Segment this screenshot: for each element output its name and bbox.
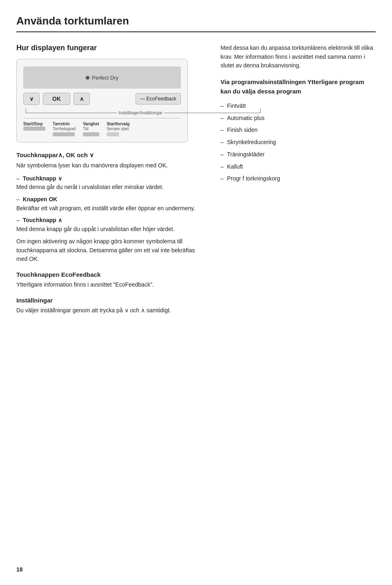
- ecofeedback-body: Ytterligare information finns i avsnitte…: [16, 280, 204, 289]
- control2-main-label: Tørretrin: [53, 122, 70, 126]
- control-group-startforvalg: Startforvalg Senare start: [107, 122, 129, 136]
- left-column: Hur displayen fungerar Perfect Dry ∨ OK …: [16, 44, 204, 319]
- page: Använda torktumlaren Hur displayen funge…: [0, 0, 392, 585]
- left-text-content: Touchknappar∧, OK och ∨ När symbolerna l…: [16, 151, 204, 315]
- ok-italic: OK: [29, 256, 37, 262]
- touchbuttons-heading: Touchknappar∧, OK och ∨: [16, 151, 204, 159]
- bullet-down: – Touchknapp ∨ Med denna går du neråt i …: [16, 174, 204, 192]
- settings-heading: Inställningar: [16, 297, 204, 304]
- control-group-varighet: Varighet Tid: [83, 122, 99, 136]
- control1-bar: [23, 127, 45, 131]
- list-item: Träningskläder: [220, 149, 376, 161]
- control3-sub-label: Tid: [83, 127, 89, 131]
- program-list: Fintvätt Automatic plus Finish siden Skr…: [220, 100, 376, 185]
- bullet-down-label: Touchknapp ∨: [23, 175, 62, 182]
- settings-bracket: └───────────────── Indstillinger/Inställ…: [23, 109, 181, 116]
- settings-bracket-label: Indstillinger/Inställningar: [119, 111, 163, 115]
- ecofeedback-heading: Touchknappen EcoFeedback: [16, 271, 204, 278]
- bullet-up: – Touchknapp ∧ Med denna knapp går du up…: [16, 216, 204, 234]
- btn-ok[interactable]: OK: [43, 93, 70, 105]
- list-item: Kalluft: [220, 161, 376, 173]
- right-intro-text: Med dessa kan du anpassa torktumlärens e…: [220, 44, 376, 70]
- list-item: Skrynkelreducering: [220, 136, 376, 149]
- program-heading-text: Via programvalsinställningen Ytterligare…: [220, 78, 364, 95]
- control-group-startstop: Start/Stop: [23, 122, 45, 136]
- bullet-up-text: Med denna knapp går du uppåt i urvalslis…: [16, 226, 175, 232]
- btn-ecofeedback[interactable]: — EcoFeedback: [136, 93, 181, 105]
- btn-down[interactable]: ∨: [23, 93, 40, 105]
- activation-text: Om ingen aktivering av någon knapp görs …: [16, 237, 204, 264]
- control2-sub-label: Torrhetsgrad: [53, 127, 76, 131]
- control3-main-label: Varighet: [83, 122, 99, 126]
- display-text: Perfect Dry: [92, 75, 118, 81]
- page-title: Använda torktumlaren: [16, 15, 376, 32]
- control2-bar: [53, 132, 75, 136]
- btn-up[interactable]: ∧: [74, 93, 90, 105]
- section-heading: Hur displayen fungerar: [16, 44, 204, 52]
- bullet-up-label: Touchknapp ∧: [23, 217, 62, 223]
- perfect-dry-label: Perfect Dry: [86, 75, 118, 81]
- bracket-brace: └─────────────────: [23, 109, 117, 116]
- main-content: Hur displayen fungerar Perfect Dry ∨ OK …: [16, 44, 376, 319]
- program-heading: Via programvalsinställningen Ytterligare…: [220, 78, 376, 96]
- dash-1: –: [16, 175, 20, 182]
- buttons-row: ∨ OK ∧ — EcoFeedback: [23, 93, 181, 105]
- control3-bar: [83, 132, 99, 136]
- control4-bar: [107, 132, 119, 136]
- touchbuttons-body: När symbolerna lyser kan du manövrera di…: [16, 161, 204, 170]
- right-intro: Med dessa kan du anpassa torktumlärens e…: [220, 44, 376, 185]
- appliance-diagram: Perfect Dry ∨ OK ∧ — EcoFeedback └──────…: [16, 59, 188, 142]
- control4-sub-label: Senare start: [107, 127, 129, 131]
- dash-2: –: [16, 196, 20, 202]
- controls-row: Start/Stop Tørretrin Torrhetsgrad Varigh…: [23, 118, 181, 136]
- display-area: Perfect Dry: [23, 67, 181, 89]
- perfect-dry-dot: [86, 76, 89, 80]
- bullet-ok-label: Knappen OK: [23, 196, 58, 202]
- page-number: 18: [16, 566, 23, 573]
- control-group-torretrin: Tørretrin Torrhetsgrad: [53, 122, 76, 136]
- control4-main-label: Startforvalg: [107, 122, 129, 126]
- bullet-ok-text: Bekräftar ett valt program, ett inställt…: [16, 205, 195, 211]
- control1-label: Start/Stop: [23, 122, 43, 126]
- settings-body: Du väljer inställningar genom att trycka…: [16, 306, 204, 315]
- list-item: Fintvätt: [220, 100, 376, 112]
- bullet-ok: – Knappen OK Bekräftar ett valt program,…: [16, 195, 204, 213]
- bullet-down-text: Med denna går du neråt i urvalslistan el…: [16, 184, 163, 190]
- list-item: Finish siden: [220, 124, 376, 136]
- list-item: Progr f torkningskorg: [220, 173, 376, 185]
- right-column: Med dessa kan du anpassa torktumlärens e…: [220, 44, 376, 319]
- list-item: Automatic plus: [220, 112, 376, 125]
- dash-3: –: [16, 217, 20, 223]
